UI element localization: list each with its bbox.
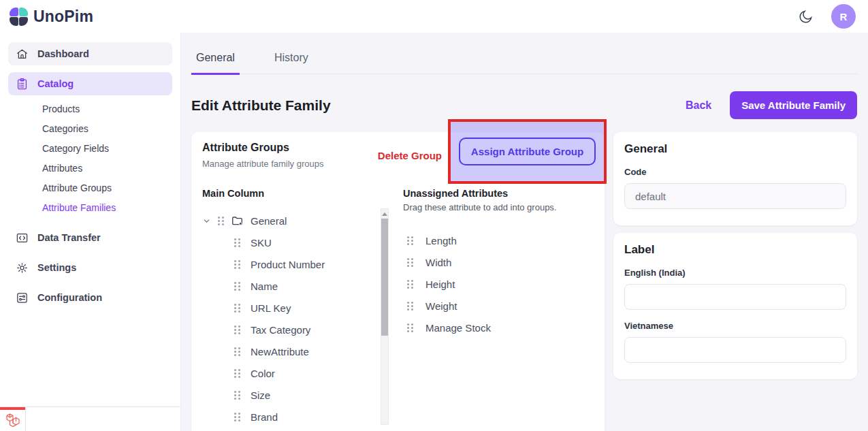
drag-handle-icon[interactable] <box>218 217 224 225</box>
catalog-submenu: Products Categories Category Fields Attr… <box>8 101 172 215</box>
label-card: Label English (India) Vietnamese <box>613 233 857 379</box>
tree-item-label: SKU <box>251 237 272 249</box>
tree-item-label: URL Key <box>251 302 291 314</box>
drag-handle-icon[interactable] <box>407 236 413 245</box>
sidebar-item-catalog[interactable]: Catalog <box>8 72 172 95</box>
drag-handle-icon[interactable] <box>234 347 240 356</box>
scrollbar-thumb[interactable] <box>381 219 388 336</box>
sidebar-item-products[interactable]: Products <box>42 101 172 116</box>
sidebar-item-dashboard[interactable]: Dashboard <box>8 42 172 65</box>
drag-handle-icon[interactable] <box>234 304 240 313</box>
sidebar-item-data-transfer[interactable]: Data Transfer <box>8 226 172 249</box>
sidebar-item-attribute-families[interactable]: Attribute Families <box>42 199 172 215</box>
drag-handle-icon[interactable] <box>234 260 240 269</box>
general-card: General Code <box>613 132 857 225</box>
unassigned-heading: Unassigned Attributes <box>403 188 594 199</box>
tree-item[interactable]: URL Key <box>202 297 381 319</box>
tree-item-label: Tax Category <box>251 324 310 336</box>
assign-attribute-group-button[interactable]: Assign Attribute Group <box>459 138 596 165</box>
tree-group-row[interactable]: General <box>202 210 381 232</box>
sidebar-item-configuration[interactable]: Configuration <box>8 286 172 309</box>
scroll-up-arrow-icon[interactable] <box>382 212 387 216</box>
tree-scrollbar[interactable] <box>381 208 389 425</box>
drag-handle-icon[interactable] <box>234 238 240 247</box>
tree-item-label: Product Number <box>251 259 325 270</box>
tree-item[interactable]: Tax Category <box>202 319 381 340</box>
delete-group-button[interactable]: Delete Group <box>378 150 442 161</box>
debugbar-toggle[interactable] <box>0 407 26 431</box>
tab-general[interactable]: General <box>191 52 240 75</box>
tree-item-label: Size <box>251 389 270 401</box>
main-content: General History Edit Attribute Family Ba… <box>181 33 868 431</box>
unassigned-item-label: Length <box>425 235 457 246</box>
drag-handle-icon[interactable] <box>407 258 413 267</box>
brand-logo[interactable]: UnoPim <box>10 7 93 26</box>
unassigned-item[interactable]: Manage Stock <box>403 317 594 338</box>
tab-history[interactable]: History <box>270 52 313 75</box>
sidebar-item-label: Configuration <box>37 292 102 303</box>
data-transfer-icon <box>16 232 29 244</box>
sidebar-item-attribute-groups[interactable]: Attribute Groups <box>42 180 172 195</box>
back-button[interactable]: Back <box>686 99 711 112</box>
drag-handle-icon[interactable] <box>407 280 413 289</box>
tree-item-label: NewAttribute <box>251 346 309 357</box>
tree-item[interactable]: Name <box>202 275 381 297</box>
sidebar-item-attributes[interactable]: Attributes <box>42 160 172 176</box>
sidebar-item-categories[interactable]: Categories <box>42 121 172 136</box>
card-title: Label <box>624 243 846 257</box>
attribute-groups-card: Assign Attribute Group Attribute Groups … <box>191 132 605 431</box>
drag-handle-icon[interactable] <box>234 391 240 400</box>
card-title: General <box>624 142 846 156</box>
gear-icon <box>16 261 29 274</box>
tree-item[interactable]: Size <box>202 384 381 406</box>
unassigned-item-label: Weight <box>425 300 457 312</box>
drag-handle-icon[interactable] <box>234 282 240 291</box>
unassigned-item-label: Height <box>425 278 455 290</box>
unassigned-item[interactable]: Length <box>403 229 594 251</box>
code-label: Code <box>624 167 846 177</box>
unassigned-item-label: Manage Stock <box>425 322 491 334</box>
tree-item[interactable]: Product Number <box>202 253 381 275</box>
drag-handle-icon[interactable] <box>234 325 240 334</box>
unassigned-item[interactable]: Height <box>403 273 594 295</box>
unassigned-item[interactable]: Weight <box>403 295 594 317</box>
unassigned-item-label: Width <box>425 257 451 268</box>
sliders-icon <box>16 291 29 304</box>
drag-handle-icon[interactable] <box>407 302 413 310</box>
chevron-down-icon[interactable] <box>202 217 211 225</box>
avatar[interactable]: R <box>831 4 856 29</box>
sidebar-item-label: Data Transfer <box>37 232 101 243</box>
tree-item[interactable]: Color <box>202 362 381 384</box>
tree-item-label: Color <box>251 368 275 379</box>
home-icon <box>16 48 29 61</box>
card-subtitle: Manage attribute family groups <box>202 159 323 169</box>
attribute-group-tree: General SKU Product Number <box>202 210 381 428</box>
sidebar-item-label: Catalog <box>37 78 74 89</box>
top-header: UnoPim R <box>0 0 868 33</box>
code-input[interactable] <box>624 183 846 209</box>
drag-handle-icon[interactable] <box>234 413 240 421</box>
tree-item-label: Name <box>251 281 278 292</box>
dark-mode-toggle[interactable] <box>798 9 814 25</box>
sidebar-item-category-fields[interactable]: Category Fields <box>42 140 172 156</box>
page-title: Edit Attribute Family <box>191 97 331 114</box>
unassigned-item[interactable]: Width <box>403 251 594 273</box>
sidebar: Dashboard Catalog Products Categories Ca… <box>0 33 181 431</box>
clipboard-icon <box>16 78 29 91</box>
tree-item-label: Brand <box>251 411 278 423</box>
drag-handle-icon[interactable] <box>234 369 240 378</box>
sidebar-footer <box>0 406 180 431</box>
tree-item[interactable]: NewAttribute <box>202 340 381 362</box>
sidebar-item-label: Dashboard <box>37 48 89 59</box>
brand-name: UnoPim <box>33 7 93 26</box>
sidebar-item-settings[interactable]: Settings <box>8 256 172 279</box>
sidebar-item-label: Settings <box>37 262 76 273</box>
tab-bar: General History <box>191 33 857 74</box>
vietnamese-input[interactable] <box>624 337 846 363</box>
english-india-input[interactable] <box>624 284 846 310</box>
tree-item[interactable]: Brand <box>202 406 381 428</box>
tree-item[interactable]: SKU <box>202 232 381 253</box>
annotation-highlight-box: Assign Attribute Group <box>448 119 607 184</box>
drag-handle-icon[interactable] <box>407 323 413 332</box>
save-attribute-family-button[interactable]: Save Attribute Family <box>730 91 857 119</box>
